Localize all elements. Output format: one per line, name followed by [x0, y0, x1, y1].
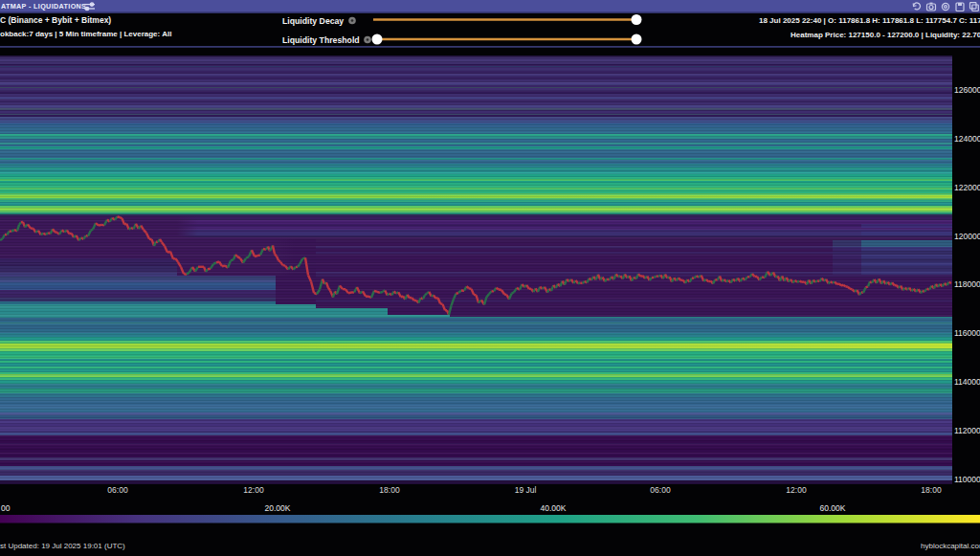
svg-text:Liquidity Decay: Liquidity Decay: [282, 16, 344, 26]
svg-text:12:00: 12:00: [786, 485, 807, 495]
svg-text:116000: 116000: [954, 328, 980, 338]
svg-text:12:00: 12:00: [243, 485, 264, 495]
svg-text:ATMAP - LIQUIDATIONS: ATMAP - LIQUIDATIONS: [1, 2, 86, 11]
svg-text:06:00: 06:00: [650, 485, 671, 495]
svg-text:60.00K: 60.00K: [820, 503, 846, 513]
svg-text:110000: 110000: [954, 475, 980, 484]
svg-text:20.00K: 20.00K: [265, 503, 291, 513]
svg-text:C (Binance + Bybit + Bitmex): C (Binance + Bybit + Bitmex): [0, 15, 111, 25]
svg-text:okback:7 days | 5 Min timefram: okback:7 days | 5 Min timeframe | Levera…: [0, 30, 171, 38]
svg-text:18:00: 18:00: [921, 485, 942, 495]
svg-text:40.00K: 40.00K: [541, 503, 567, 513]
svg-text:Liquidity Threshold: Liquidity Threshold: [282, 35, 360, 45]
svg-text:18 Jul 2025 22:40 | O: 117861.: 18 Jul 2025 22:40 | O: 117861.8 H: 11786…: [759, 16, 980, 25]
svg-text:st Updated: 19 Jul 2025 19:01: st Updated: 19 Jul 2025 19:01 (UTC): [0, 542, 125, 550]
svg-text:118000: 118000: [954, 279, 980, 289]
svg-text:122000: 122000: [954, 183, 980, 192]
svg-text:124000: 124000: [954, 134, 980, 144]
svg-text:120000: 120000: [954, 232, 980, 241]
svg-text:114000: 114000: [954, 377, 980, 387]
svg-text:19 Jul: 19 Jul: [515, 485, 537, 495]
svg-text:126000: 126000: [954, 85, 980, 95]
svg-text:hyblockcapital.com: hyblockcapital.com: [921, 542, 980, 550]
svg-text:Heatmap Price: 127150.0 - 1272: Heatmap Price: 127150.0 - 127200.0 | Liq…: [791, 31, 980, 39]
svg-text:112000: 112000: [954, 426, 980, 435]
svg-text:06:00: 06:00: [107, 485, 128, 495]
svg-text:18:00: 18:00: [379, 485, 400, 495]
svg-text:00: 00: [1, 503, 11, 513]
